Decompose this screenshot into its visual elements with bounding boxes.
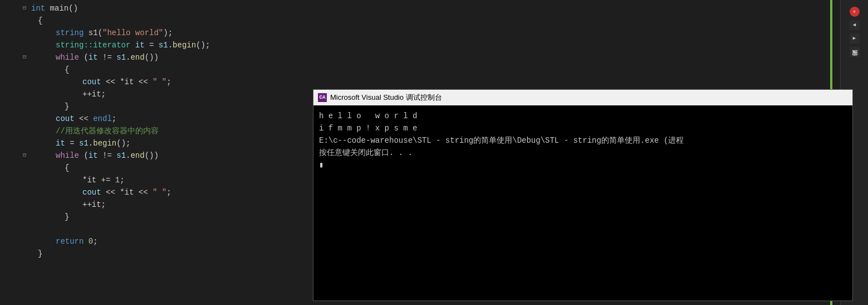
code-line: ⊟ int main() xyxy=(0,2,868,14)
code-line: cout << *it << " "; xyxy=(0,76,868,88)
console-line-1: h e l l o w o r l d xyxy=(319,110,847,122)
nav-left-icon[interactable]: ◀ xyxy=(850,20,860,30)
console-line-3: E:\c--code-warehouse\STL - string的简单使用\D… xyxy=(319,134,847,147)
code-content: { xyxy=(29,64,868,76)
code-editor: ⊟ int main() { string s1("hello world");… xyxy=(0,0,868,305)
code-content: cout << *it << " "; xyxy=(29,76,868,88)
collapse-btn[interactable]: ⊟ xyxy=(20,2,29,14)
console-line-4: 按任意键关闭此窗口. . . xyxy=(319,147,847,159)
code-line: string s1("hello world"); xyxy=(0,27,868,39)
code-content: int main() xyxy=(29,2,868,14)
vs-icon: CA xyxy=(318,93,327,102)
console-title: Microsoft Visual Studio 调试控制台 xyxy=(330,91,848,104)
collapse-btn[interactable]: ⊟ xyxy=(20,149,29,162)
nav-forward-icon[interactable]: ▶ xyxy=(850,47,860,57)
nav-right-icon[interactable]: ▶ xyxy=(850,33,860,43)
console-cursor: ▮ xyxy=(319,159,847,171)
collapse-btn[interactable]: ⊟ xyxy=(20,51,29,64)
close-icon[interactable]: ✕ xyxy=(850,7,860,17)
code-line: string::iterator it = s1.begin(); xyxy=(0,39,868,51)
console-line-2: i f m m p ! x p s m e xyxy=(319,122,847,134)
code-content: while (it != s1.end()) xyxy=(29,51,868,64)
code-line: { xyxy=(0,14,868,27)
code-content: string s1("hello world"); xyxy=(29,27,868,39)
code-content: { xyxy=(29,14,868,27)
code-content: string::iterator it = s1.begin(); xyxy=(29,39,868,51)
console-titlebar: CA Microsoft Visual Studio 调试控制台 xyxy=(313,90,852,105)
code-line: { xyxy=(0,64,868,76)
console-body: h e l l o w o r l d i f m m p ! x p s m … xyxy=(313,105,852,176)
code-line: ⊟ while (it != s1.end()) xyxy=(0,51,868,64)
console-window: CA Microsoft Visual Studio 调试控制台 h e l l… xyxy=(313,89,853,301)
